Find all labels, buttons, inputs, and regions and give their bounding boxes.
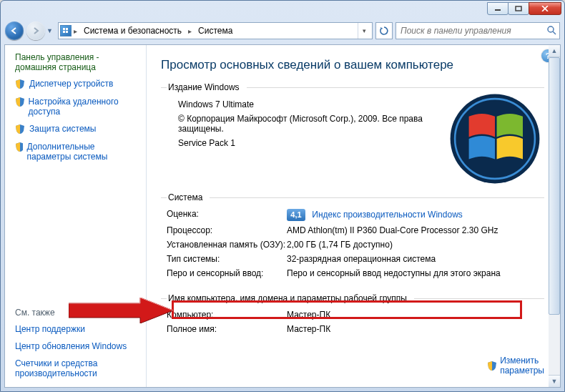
titlebar: [1, 1, 564, 19]
windows-logo: [448, 92, 541, 185]
value-ram: 2,00 ГБ (1,74 ГБ доступно): [287, 240, 544, 250]
sidebar-item-label: Диспетчер устройств: [29, 79, 113, 89]
row-pen-touch: Перо и сенсорный ввод: Перо и сенсорный …: [167, 266, 544, 280]
wei-link[interactable]: Индекс производительности Windows: [312, 210, 462, 220]
sidebar-item-label: Защита системы: [29, 124, 96, 134]
see-also-windows-update[interactable]: Центр обновления Windows: [5, 338, 146, 355]
scroll-thumb[interactable]: [549, 57, 560, 315]
label-ram: Установленная память (ОЗУ):: [167, 240, 287, 250]
svg-rect-0: [495, 9, 501, 11]
svg-rect-4: [63, 31, 65, 33]
row-system-type: Тип системы: 32-разрядная операционная с…: [167, 252, 544, 266]
group-legend: Система: [167, 192, 210, 202]
breadcrumb-item[interactable]: Система и безопасность: [79, 26, 186, 36]
svg-point-6: [548, 26, 554, 32]
sidebar-link-system-protection[interactable]: Защита системы: [5, 120, 146, 138]
group-system: Система Оценка: 4,1 Индекс производитель…: [161, 192, 544, 288]
row-ram: Установленная память (ОЗУ): 2,00 ГБ (1,7…: [167, 237, 544, 252]
row-rating: Оценка: 4,1 Индекс производительности Wi…: [167, 207, 544, 223]
value-pen: Перо и сенсорный ввод недоступны для это…: [287, 268, 544, 278]
home-text-1: Панель управления -: [15, 52, 99, 62]
search-input[interactable]: [399, 25, 546, 36]
shield-icon: [15, 142, 23, 152]
sidebar-link-device-manager[interactable]: Диспетчер устройств: [5, 75, 146, 93]
see-also-performance[interactable]: Счетчики и средства производительности: [5, 355, 146, 387]
shield-icon: [15, 79, 25, 89]
svg-rect-1: [516, 6, 521, 11]
sidebar-item-label: Центр поддержки: [15, 324, 85, 334]
main-panel: ? Просмотр основных сведений о вашем ком…: [147, 45, 560, 387]
svg-rect-5: [66, 31, 68, 33]
control-panel-window: ▼ ▸ Система и безопасность ▸ Система ▾ П…: [0, 0, 565, 392]
wei-score-badge: 4,1: [287, 209, 305, 221]
sidebar: Панель управления - домашняя страница Ди…: [5, 45, 147, 387]
content-area: Панель управления - домашняя страница Ди…: [4, 44, 561, 388]
chevron-right-icon: ▸: [186, 27, 194, 35]
control-panel-home-link[interactable]: Панель управления - домашняя страница: [5, 45, 146, 75]
shield-icon: [487, 361, 497, 371]
search-icon: [546, 25, 556, 37]
sidebar-item-label: Счетчики и средства производительности: [15, 358, 140, 378]
label-rating: Оценка:: [167, 209, 287, 221]
see-also-action-center[interactable]: Центр поддержки: [5, 320, 146, 338]
sidebar-link-remote-settings[interactable]: Настройка удаленного доступа: [5, 93, 146, 120]
label-pen: Перо и сенсорный ввод:: [167, 268, 287, 278]
scroll-down-button[interactable]: ▼: [549, 375, 560, 387]
minimize-button[interactable]: [487, 2, 508, 15]
address-dropdown[interactable]: ▾: [358, 23, 370, 39]
value-cpu: AMD Athlon(tm) II P360 Dual-Core Process…: [287, 225, 544, 235]
see-also-heading: См. также: [5, 300, 146, 320]
nav-history-dropdown[interactable]: ▼: [46, 24, 55, 37]
label-system-type: Тип системы:: [167, 254, 287, 264]
group-legend: Имя компьютера, имя домена и параметры р…: [167, 293, 414, 303]
svg-line-7: [553, 31, 556, 34]
label-cpu: Процессор:: [167, 225, 287, 235]
vertical-scrollbar[interactable]: ▲ ▼: [549, 44, 561, 388]
group-legend: Издание Windows: [167, 82, 247, 92]
value-full-name: Мастер-ПК: [287, 324, 544, 334]
change-text-1: Изменить: [500, 356, 539, 366]
breadcrumb-item[interactable]: Система: [194, 26, 237, 36]
maximize-button[interactable]: [508, 2, 529, 15]
sidebar-item-label: Центр обновления Windows: [15, 341, 127, 351]
value-system-type: 32-разрядная операционная система: [287, 254, 544, 264]
row-full-name: Полное имя: Мастер-ПК: [167, 322, 544, 336]
address-bar[interactable]: ▸ Система и безопасность ▸ Система ▾: [58, 22, 373, 39]
svg-rect-2: [63, 28, 65, 30]
search-box[interactable]: [396, 22, 560, 39]
home-text-2: домашняя страница: [15, 62, 96, 72]
scroll-up-button[interactable]: ▲: [549, 45, 560, 57]
forward-button[interactable]: [26, 21, 45, 40]
page-title: Просмотр основных сведений о вашем компь…: [161, 58, 544, 72]
shield-icon: [15, 97, 24, 107]
refresh-button[interactable]: [375, 22, 393, 39]
svg-rect-3: [66, 28, 68, 30]
back-button[interactable]: [5, 21, 24, 40]
change-text-2: параметры: [500, 366, 544, 376]
sidebar-item-label: Дополнительные параметры системы: [27, 142, 140, 162]
control-panel-icon: [60, 25, 72, 36]
navigation-bar: ▼ ▸ Система и безопасность ▸ Система ▾: [5, 19, 560, 43]
change-settings-link[interactable]: Изменить параметры: [487, 356, 544, 376]
shield-icon: [15, 124, 25, 134]
label-full-name: Полное имя:: [167, 324, 287, 334]
row-processor: Процессор: AMD Athlon(tm) II P360 Dual-C…: [167, 223, 544, 237]
sidebar-item-label: Настройка удаленного доступа: [29, 97, 140, 117]
value-computer: Мастер-ПК: [287, 310, 544, 320]
label-computer: Компьютер:: [167, 310, 287, 320]
close-button[interactable]: [529, 2, 561, 15]
row-computer-name: Компьютер: Мастер-ПК: [167, 308, 544, 322]
group-computer-name: Имя компьютера, имя домена и параметры р…: [161, 293, 544, 343]
chevron-right-icon: ▸: [72, 27, 79, 35]
sidebar-link-advanced-settings[interactable]: Дополнительные параметры системы: [5, 138, 146, 165]
